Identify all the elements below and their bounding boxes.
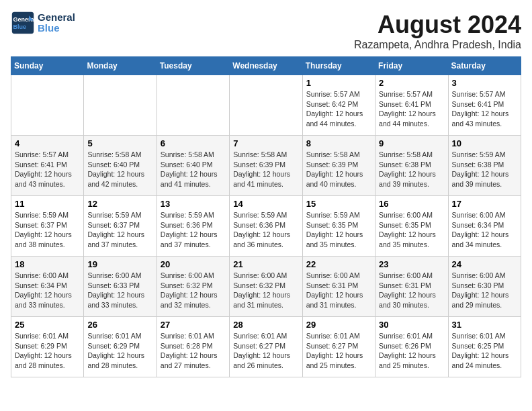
cell-day-number: 31 [452,320,517,330]
calendar-week-row: 18Sunrise: 6:00 AM Sunset: 6:34 PM Dayli… [11,257,521,317]
calendar-cell [230,75,302,136]
cell-day-number: 22 [306,259,371,269]
calendar-table: SundayMondayTuesdayWednesdayThursdayFrid… [11,56,521,377]
calendar-cell: 4Sunrise: 5:57 AM Sunset: 6:41 PM Daylig… [11,136,84,196]
logo-icon: General Blue [11,11,35,35]
cell-day-number: 25 [15,320,80,330]
calendar-cell: 6Sunrise: 5:58 AM Sunset: 6:40 PM Daylig… [157,136,229,196]
cell-info: Sunrise: 5:57 AM Sunset: 6:41 PM Dayligh… [452,89,517,129]
svg-text:Blue: Blue [13,24,27,30]
calendar-cell [157,75,229,136]
cell-day-number: 17 [452,199,517,209]
cell-info: Sunrise: 6:00 AM Sunset: 6:34 PM Dayligh… [452,210,517,250]
cell-day-number: 1 [306,78,371,88]
calendar-cell: 24Sunrise: 6:00 AM Sunset: 6:30 PM Dayli… [448,257,521,317]
calendar-cell: 15Sunrise: 5:59 AM Sunset: 6:35 PM Dayli… [302,196,375,257]
weekday-header: Saturday [448,57,521,75]
calendar-week-row: 25Sunrise: 6:01 AM Sunset: 6:29 PM Dayli… [11,317,521,377]
cell-day-number: 27 [161,320,226,330]
cell-info: Sunrise: 6:00 AM Sunset: 6:35 PM Dayligh… [379,210,444,250]
logo: General Blue General Blue [11,11,75,35]
cell-day-number: 15 [306,199,371,209]
calendar-cell [11,75,84,136]
cell-day-number: 28 [233,320,298,330]
weekday-header: Friday [375,57,448,75]
logo-text-line2: Blue [38,23,75,34]
calendar-cell: 1Sunrise: 5:57 AM Sunset: 6:42 PM Daylig… [302,75,375,136]
calendar-cell: 19Sunrise: 6:00 AM Sunset: 6:33 PM Dayli… [84,257,157,317]
cell-info: Sunrise: 5:59 AM Sunset: 6:36 PM Dayligh… [161,210,226,250]
weekday-header: Wednesday [230,57,302,75]
cell-day-number: 29 [306,320,371,330]
cell-info: Sunrise: 6:01 AM Sunset: 6:29 PM Dayligh… [87,331,152,371]
cell-day-number: 24 [452,259,517,269]
cell-info: Sunrise: 5:59 AM Sunset: 6:36 PM Dayligh… [233,210,298,250]
cell-info: Sunrise: 5:59 AM Sunset: 6:38 PM Dayligh… [452,150,517,189]
cell-day-number: 23 [379,259,444,269]
cell-info: Sunrise: 5:57 AM Sunset: 6:41 PM Dayligh… [379,89,444,129]
calendar-cell: 12Sunrise: 5:59 AM Sunset: 6:37 PM Dayli… [84,196,157,257]
cell-day-number: 26 [87,320,152,330]
cell-day-number: 4 [15,138,80,148]
cell-day-number: 20 [161,259,226,269]
cell-info: Sunrise: 6:00 AM Sunset: 6:33 PM Dayligh… [87,271,152,310]
cell-day-number: 11 [15,199,80,209]
cell-day-number: 21 [233,259,298,269]
weekday-header: Monday [84,57,157,75]
calendar-cell: 26Sunrise: 6:01 AM Sunset: 6:29 PM Dayli… [84,317,157,377]
calendar-cell: 11Sunrise: 5:59 AM Sunset: 6:37 PM Dayli… [11,196,84,257]
calendar-cell: 27Sunrise: 6:01 AM Sunset: 6:28 PM Dayli… [157,317,229,377]
header-row: SundayMondayTuesdayWednesdayThursdayFrid… [11,57,521,75]
calendar-cell: 8Sunrise: 5:58 AM Sunset: 6:39 PM Daylig… [302,136,375,196]
calendar-cell: 30Sunrise: 6:01 AM Sunset: 6:26 PM Dayli… [375,317,448,377]
logo-text-line1: General [38,12,75,24]
calendar-cell: 25Sunrise: 6:01 AM Sunset: 6:29 PM Dayli… [11,317,84,377]
cell-info: Sunrise: 5:58 AM Sunset: 6:40 PM Dayligh… [87,150,152,189]
cell-info: Sunrise: 5:58 AM Sunset: 6:39 PM Dayligh… [306,150,371,189]
cell-info: Sunrise: 6:01 AM Sunset: 6:25 PM Dayligh… [452,331,517,371]
cell-day-number: 12 [87,199,152,209]
cell-day-number: 18 [15,259,80,269]
cell-day-number: 2 [379,78,444,88]
cell-info: Sunrise: 6:00 AM Sunset: 6:32 PM Dayligh… [233,271,298,310]
cell-day-number: 9 [379,138,444,148]
weekday-header: Tuesday [157,57,229,75]
calendar-cell: 3Sunrise: 5:57 AM Sunset: 6:41 PM Daylig… [448,75,521,136]
cell-info: Sunrise: 6:00 AM Sunset: 6:32 PM Dayligh… [161,271,226,310]
cell-info: Sunrise: 6:00 AM Sunset: 6:34 PM Dayligh… [15,271,80,310]
cell-info: Sunrise: 5:59 AM Sunset: 6:35 PM Dayligh… [306,210,371,250]
subtitle: Razampeta, Andhra Pradesh, India [354,39,521,51]
calendar-cell: 16Sunrise: 6:00 AM Sunset: 6:35 PM Dayli… [375,196,448,257]
cell-info: Sunrise: 5:59 AM Sunset: 6:37 PM Dayligh… [87,210,152,250]
cell-day-number: 7 [233,138,298,148]
cell-day-number: 19 [87,259,152,269]
cell-info: Sunrise: 5:58 AM Sunset: 6:39 PM Dayligh… [233,150,298,189]
cell-info: Sunrise: 6:00 AM Sunset: 6:31 PM Dayligh… [306,271,371,310]
cell-day-number: 5 [87,138,152,148]
main-title: August 2024 [354,11,521,39]
cell-day-number: 10 [452,138,517,148]
calendar-cell: 18Sunrise: 6:00 AM Sunset: 6:34 PM Dayli… [11,257,84,317]
calendar-week-row: 1Sunrise: 5:57 AM Sunset: 6:42 PM Daylig… [11,75,521,136]
calendar-cell: 22Sunrise: 6:00 AM Sunset: 6:31 PM Dayli… [302,257,375,317]
calendar-cell: 7Sunrise: 5:58 AM Sunset: 6:39 PM Daylig… [230,136,302,196]
cell-day-number: 3 [452,78,517,88]
cell-info: Sunrise: 6:01 AM Sunset: 6:28 PM Dayligh… [161,331,226,371]
calendar-cell: 2Sunrise: 5:57 AM Sunset: 6:41 PM Daylig… [375,75,448,136]
cell-day-number: 6 [161,138,226,148]
calendar-cell: 10Sunrise: 5:59 AM Sunset: 6:38 PM Dayli… [448,136,521,196]
cell-day-number: 16 [379,199,444,209]
cell-info: Sunrise: 6:00 AM Sunset: 6:31 PM Dayligh… [379,271,444,310]
calendar-header: SundayMondayTuesdayWednesdayThursdayFrid… [11,57,521,75]
calendar-cell: 31Sunrise: 6:01 AM Sunset: 6:25 PM Dayli… [448,317,521,377]
cell-info: Sunrise: 5:59 AM Sunset: 6:37 PM Dayligh… [15,210,80,250]
calendar-cell: 28Sunrise: 6:01 AM Sunset: 6:27 PM Dayli… [230,317,302,377]
cell-info: Sunrise: 6:01 AM Sunset: 6:27 PM Dayligh… [306,331,371,371]
weekday-header: Sunday [11,57,84,75]
calendar-cell: 23Sunrise: 6:00 AM Sunset: 6:31 PM Dayli… [375,257,448,317]
calendar-cell: 21Sunrise: 6:00 AM Sunset: 6:32 PM Dayli… [230,257,302,317]
calendar-cell: 5Sunrise: 5:58 AM Sunset: 6:40 PM Daylig… [84,136,157,196]
cell-info: Sunrise: 5:58 AM Sunset: 6:38 PM Dayligh… [379,150,444,189]
cell-info: Sunrise: 6:00 AM Sunset: 6:30 PM Dayligh… [452,271,517,310]
calendar-cell: 9Sunrise: 5:58 AM Sunset: 6:38 PM Daylig… [375,136,448,196]
